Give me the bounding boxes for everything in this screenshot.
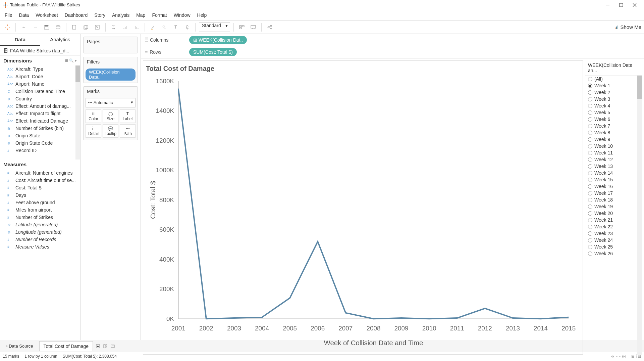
filter-option[interactable]: Week 5 — [585, 109, 642, 116]
measure-field[interactable]: #Days — [0, 191, 80, 199]
tab-analytics[interactable]: Analytics — [40, 34, 80, 46]
dimension-field[interactable]: ⊕Origin State — [0, 132, 80, 139]
filter-option[interactable]: Week 13 — [585, 163, 642, 170]
filter-option[interactable]: Week 18 — [585, 196, 642, 203]
new-worksheet-button[interactable]: + — [70, 22, 79, 32]
measure-field[interactable]: ⊕Latitude (generated) — [0, 221, 80, 228]
highlight-button[interactable] — [148, 22, 158, 32]
dimension-field[interactable]: AbcAircraft: Type — [0, 65, 80, 73]
dimension-field[interactable]: AbcAirport: Name — [0, 80, 80, 88]
columns-shelf[interactable]: ⦙⦙⦙Columns ⊞WEEK(Collision Dat.. — [141, 34, 644, 46]
filter-option[interactable]: Week 2 — [585, 89, 642, 96]
columns-pill[interactable]: ⊞WEEK(Collision Dat.. — [189, 36, 247, 44]
menu-window[interactable]: Window — [171, 11, 193, 19]
filter-option[interactable]: Week 1 — [585, 82, 642, 89]
menu-map[interactable]: Map — [133, 11, 148, 19]
measure-field[interactable]: ⊕Longitude (generated) — [0, 228, 80, 236]
measure-field[interactable]: #Miles from airport — [0, 206, 80, 214]
chart-title[interactable]: Total Cost of Damage — [146, 63, 580, 76]
measure-field[interactable]: #Number of Strikes — [0, 214, 80, 221]
filter-option[interactable]: Week 3 — [585, 96, 642, 102]
minimize-button[interactable] — [601, 0, 614, 10]
tab-data[interactable]: Data — [0, 34, 40, 46]
menu-story[interactable]: Story — [92, 11, 108, 19]
filter-option[interactable]: Week 11 — [585, 149, 642, 156]
filter-option[interactable]: Week 23 — [585, 230, 642, 237]
duplicate-button[interactable] — [81, 22, 91, 32]
filter-option[interactable]: Week 19 — [585, 203, 642, 210]
show-me-button[interactable]: Show Me — [614, 24, 641, 30]
filter-option[interactable]: Week 15 — [585, 176, 642, 183]
menu-worksheet[interactable]: Worksheet — [33, 11, 61, 19]
filter-option[interactable]: Week 12 — [585, 156, 642, 163]
menu-file[interactable]: File — [2, 11, 15, 19]
filter-option[interactable]: Week 14 — [585, 170, 642, 176]
filter-option[interactable]: Week 17 — [585, 190, 642, 196]
marks-tooltip[interactable]: 💬Tooltip — [103, 124, 118, 138]
measure-field[interactable]: #Aircraft: Number of engines — [0, 169, 80, 177]
filter-option[interactable]: Week 24 — [585, 237, 642, 243]
dimension-field[interactable]: AbcEffect: Indicated Damage — [0, 117, 80, 125]
save-button[interactable] — [42, 22, 51, 32]
filter-pill[interactable]: WEEK(Collision Date.. — [86, 69, 136, 81]
sort-asc-button[interactable] — [120, 22, 130, 32]
pin-button[interactable] — [182, 22, 192, 32]
new-worksheet-tab[interactable]: + — [96, 344, 100, 349]
new-story-tab[interactable] — [110, 344, 115, 349]
share-button[interactable] — [265, 22, 274, 32]
tableau-icon[interactable] — [3, 22, 12, 32]
measure-field[interactable]: #Cost: Aircraft time out of se... — [0, 177, 80, 184]
sheet-tab[interactable]: Total Cost of Damage — [39, 341, 93, 351]
filter-option[interactable]: Week 6 — [585, 116, 642, 123]
menu-format[interactable]: Format — [149, 11, 169, 19]
measure-field[interactable]: #Number of Records — [0, 236, 80, 243]
label-button[interactable]: T — [171, 22, 180, 32]
filter-option[interactable]: Week 9 — [585, 136, 642, 143]
measure-field[interactable]: #Feet above ground — [0, 199, 80, 206]
rows-pill[interactable]: SUM(Cost: Total $) — [189, 48, 237, 56]
dimension-field[interactable]: ılıNumber of Strikes (bin) — [0, 125, 80, 132]
dimension-field[interactable]: #Record ID — [0, 147, 80, 154]
swap-button[interactable] — [109, 22, 118, 32]
maximize-button[interactable] — [614, 0, 628, 10]
filter-option[interactable]: Week 25 — [585, 243, 642, 250]
menu-analysis[interactable]: Analysis — [109, 11, 132, 19]
filter-option[interactable]: Week 10 — [585, 143, 642, 149]
view-mode-icons[interactable]: ⊞ ⦙ ▦ — [631, 354, 641, 359]
marks-label[interactable]: TLabel — [120, 109, 136, 123]
group-button[interactable] — [160, 22, 169, 32]
rows-shelf[interactable]: ≡Rows SUM(Cost: Total $) — [141, 46, 644, 58]
filter-option[interactable]: Week 21 — [585, 217, 642, 223]
measure-field[interactable]: #Measure Values — [0, 243, 80, 251]
measure-field[interactable]: #Cost: Total $ — [0, 184, 80, 191]
filter-option[interactable]: Week 7 — [585, 123, 642, 129]
dimension-field[interactable]: AbcAirport: Code — [0, 73, 80, 80]
clear-button[interactable] — [93, 22, 102, 32]
nav-first-icon[interactable]: ⏮ ◂ ▸ ⏭ — [610, 354, 626, 359]
cards-button[interactable] — [237, 22, 247, 32]
fit-dropdown[interactable]: Standard▾ — [199, 22, 230, 32]
filter-option[interactable]: Week 20 — [585, 210, 642, 217]
undo-button[interactable]: ← — [19, 22, 29, 32]
filter-option[interactable]: Week 22 — [585, 223, 642, 230]
marks-size[interactable]: ◯Size — [103, 109, 118, 123]
line-chart[interactable]: 0K200K400K600K800K1000K1200K1400K1600KCo… — [146, 76, 580, 351]
filter-all[interactable]: (All) — [585, 76, 642, 82]
datasource-tab[interactable]: ▫ Data Source — [3, 342, 37, 351]
close-button[interactable] — [628, 0, 641, 10]
sort-desc-button[interactable] — [132, 22, 141, 32]
filter-option[interactable]: Week 16 — [585, 183, 642, 190]
filter-option[interactable]: Week 26 — [585, 250, 642, 257]
marks-detail[interactable]: ⠇Detail — [86, 124, 101, 138]
menu-dashboard[interactable]: Dashboard — [62, 11, 91, 19]
new-dashboard-tab[interactable] — [103, 344, 108, 349]
filter-option[interactable]: Week 8 — [585, 129, 642, 136]
redo-button[interactable]: → — [31, 22, 40, 32]
dimension-field[interactable]: ⏱Collision Date and Time — [0, 88, 80, 95]
marks-type-dropdown[interactable]: 〜 Automatic ▾ — [86, 98, 136, 107]
menu-data[interactable]: Data — [16, 11, 32, 19]
dimension-field[interactable]: AbcEffect: Amount of damag... — [0, 102, 80, 110]
presentation-button[interactable] — [249, 22, 258, 32]
dimension-field[interactable]: ⊕Country — [0, 95, 80, 102]
dimension-field[interactable]: ⊕Origin State Code — [0, 139, 80, 147]
